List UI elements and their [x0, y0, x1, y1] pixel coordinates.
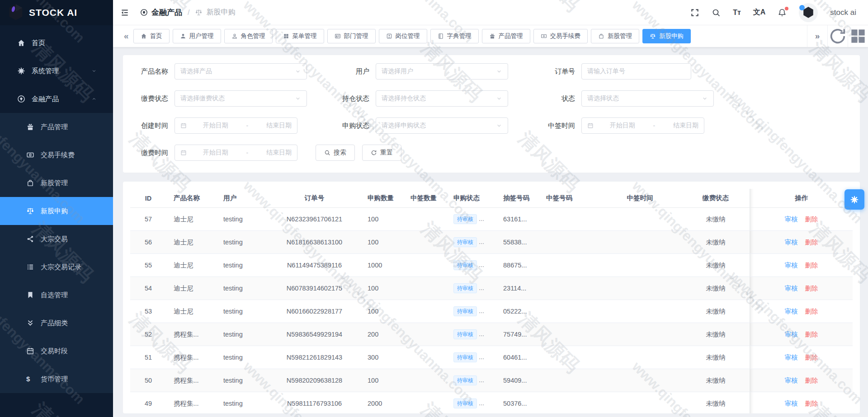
delete-link[interactable]: 删除	[805, 354, 818, 361]
reset-button[interactable]: 重置	[362, 145, 401, 161]
tab[interactable]: 角色管理	[224, 29, 273, 43]
sidebar-subitem[interactable]: 产品管理	[0, 113, 113, 141]
search-icon	[324, 150, 330, 156]
search-icon[interactable]	[712, 8, 721, 17]
breadcrumb-section[interactable]: 金融产品	[140, 7, 182, 18]
delete-link[interactable]: 删除	[805, 331, 818, 338]
translate-icon[interactable]: 文A	[753, 8, 766, 17]
sidebar-collapse-button[interactable]	[120, 8, 129, 17]
column-header: 中签时间	[598, 189, 682, 208]
status-ellipsis: ...	[479, 376, 484, 384]
daterange-input[interactable]: 开始日期-结束日期	[581, 117, 704, 134]
text-input[interactable]: 请输入订单号	[581, 63, 691, 80]
tabs-scroll-left-button[interactable]: «	[119, 31, 133, 41]
delete-link[interactable]: 删除	[805, 285, 818, 292]
sidebar-subitem[interactable]: 产品细类	[0, 309, 113, 337]
review-link[interactable]: 审核	[785, 400, 798, 407]
lottery_no-cell: 60461...	[503, 346, 546, 369]
review-link[interactable]: 审核	[785, 285, 798, 292]
filter-field: 产品名称请选择产品	[132, 63, 333, 80]
status-ellipsis: ...	[479, 307, 484, 314]
order_no-cell: N59820209638128	[261, 369, 368, 392]
delete-link[interactable]: 删除	[805, 377, 818, 384]
tab[interactable]: 新股管理	[591, 29, 639, 43]
layout-grid-icon[interactable]	[848, 25, 868, 47]
filter-field: 用户请选择用户	[333, 63, 532, 80]
column-header: 申购状态	[453, 189, 503, 208]
actions-cell: 审核删除	[750, 254, 853, 277]
daterange-separator: -	[651, 122, 657, 129]
tab-list: 首页用户管理角色管理菜单管理部门管理岗位管理字典管理产品管理交易手续费新股管理新…	[133, 29, 807, 43]
fullscreen-icon[interactable]	[690, 8, 699, 17]
sidebar-item[interactable]: 系统管理	[0, 57, 113, 85]
bell-icon[interactable]	[778, 8, 787, 17]
sidebar-item[interactable]: 首页	[0, 29, 113, 57]
review-link[interactable]: 审核	[785, 262, 798, 269]
calendar-icon	[180, 122, 187, 129]
select-input[interactable]: 请选择用户	[376, 63, 508, 80]
table-panel: ID产品名称用户订单号申购数量中签数量申购状态抽签号码中签号码中签时间缴费状态操…	[123, 182, 860, 413]
delete-link[interactable]: 删除	[805, 262, 818, 269]
sidebar-subitem[interactable]: $货币管理	[0, 365, 113, 393]
font-size-icon[interactable]: Tт	[733, 9, 741, 17]
user-icon	[180, 33, 186, 39]
select-input[interactable]: 请选择持仓状态	[376, 90, 508, 107]
select-input[interactable]: 请选择缴费状态	[175, 90, 307, 107]
settings-fab[interactable]	[844, 189, 864, 210]
avatar-status-dot	[799, 5, 805, 10]
sidebar-subitem[interactable]: 交易时段	[0, 337, 113, 365]
tab[interactable]: 交易手续费	[533, 29, 588, 43]
product-cell: 携程集...	[166, 392, 216, 413]
win_qty-cell	[410, 300, 453, 323]
refresh-icon[interactable]	[827, 25, 848, 47]
select-input[interactable]: 请选择产品	[175, 63, 307, 80]
sidebar-item-label: 大宗交易	[41, 235, 68, 244]
daterange-input[interactable]: 开始日期-结束日期	[175, 145, 297, 161]
column-header: 缴费状态	[682, 189, 750, 208]
sidebar-subitem[interactable]: 新股申购	[0, 197, 113, 225]
delete-link[interactable]: 删除	[805, 216, 818, 223]
sidebar-subitem[interactable]: 大宗交易记录	[0, 253, 113, 281]
status-ellipsis: ...	[479, 399, 484, 407]
review-link[interactable]: 审核	[785, 377, 798, 384]
sidebar-subitem[interactable]: 新股管理	[0, 169, 113, 197]
sidebar-subitem[interactable]: 交易手续费	[0, 141, 113, 169]
sidebar-item[interactable]: 金融产品	[0, 85, 113, 113]
status-ellipsis: ...	[479, 330, 484, 337]
search-button[interactable]: 搜索	[316, 145, 355, 161]
banknote-icon	[26, 151, 34, 159]
actions-cell: 审核删除	[750, 392, 853, 413]
filter-field: 订单号请输入订单号	[532, 63, 851, 80]
tab[interactable]: 字典管理	[430, 29, 479, 43]
delete-link[interactable]: 删除	[805, 400, 818, 407]
tabs-scroll-right-button[interactable]: »	[807, 25, 827, 47]
tab[interactable]: 新股申购	[642, 29, 691, 43]
sidebar-item-label: 大宗交易记录	[41, 263, 81, 272]
breadcrumb-separator: /	[188, 9, 189, 17]
review-link[interactable]: 审核	[785, 354, 798, 361]
review-link[interactable]: 审核	[785, 308, 798, 315]
tab[interactable]: 用户管理	[173, 29, 221, 43]
table-row: 57迪士尼testingN62323961706121100待审核...6316…	[130, 208, 853, 231]
review-link[interactable]: 审核	[785, 216, 798, 223]
tab[interactable]: 菜单管理	[276, 29, 324, 43]
win_time-cell	[598, 300, 682, 323]
sidebar-subitem[interactable]: 自选管理	[0, 281, 113, 309]
filter-field: 缴费状态请选择缴费状态	[132, 90, 333, 107]
tab[interactable]: 部门管理	[327, 29, 376, 43]
daterange-input[interactable]: 开始日期-结束日期	[175, 117, 297, 134]
status-tag: 待审核	[453, 214, 477, 224]
delete-link[interactable]: 删除	[805, 308, 818, 315]
field-label: 订单号	[532, 67, 575, 76]
delete-link[interactable]: 删除	[805, 239, 818, 246]
select-input[interactable]: 请选择状态	[581, 90, 714, 107]
win_no-cell	[546, 277, 598, 300]
review-link[interactable]: 审核	[785, 239, 798, 246]
select-input[interactable]: 请选择申购状态	[376, 117, 508, 134]
review-link[interactable]: 审核	[785, 331, 798, 338]
avatar[interactable]	[799, 3, 818, 22]
tab[interactable]: 首页	[133, 29, 170, 43]
tab[interactable]: 岗位管理	[379, 29, 427, 43]
tab[interactable]: 产品管理	[482, 29, 530, 43]
sidebar-subitem[interactable]: 大宗交易	[0, 225, 113, 253]
